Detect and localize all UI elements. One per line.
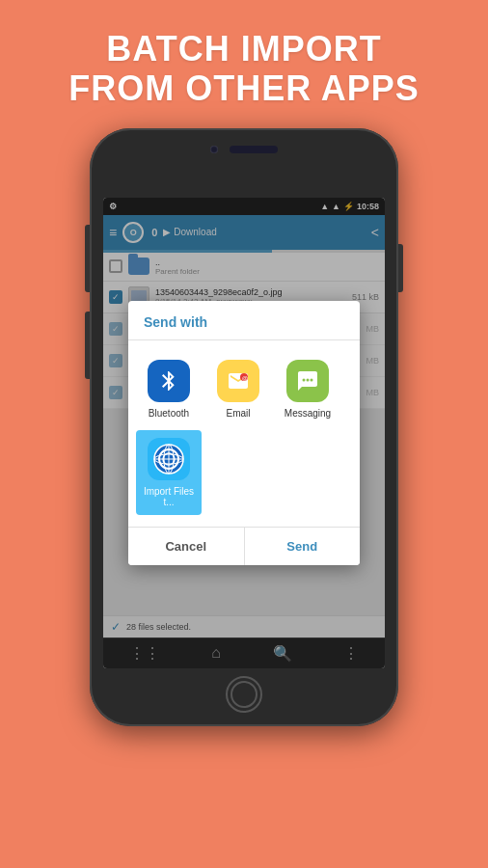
phone-camera xyxy=(210,146,218,153)
messaging-icon xyxy=(286,360,329,402)
app-item-import-files[interactable]: Import Files t... xyxy=(136,430,202,515)
svg-point-3 xyxy=(307,378,310,381)
cancel-button[interactable]: Cancel xyxy=(128,528,245,565)
svg-text:@: @ xyxy=(242,375,248,381)
home-button-inner xyxy=(230,681,258,708)
dialog-buttons: Cancel Send xyxy=(128,527,360,565)
phone-mockup: ⚙ ▲ ▲ ⚡ 10:58 ≡ O 0 ▶ Download < xyxy=(90,128,398,726)
dialog-apps: Bluetooth @ Email xyxy=(128,340,360,527)
hero-text: BATCH IMPORT FROM OTHER APPS xyxy=(68,29,420,109)
app-item-messaging[interactable]: Messaging xyxy=(275,352,340,426)
hero-line1: BATCH IMPORT xyxy=(106,29,381,68)
dialog-overlay: Send with Bluetooth xyxy=(103,198,385,668)
messaging-label: Messaging xyxy=(285,408,331,419)
app-item-bluetooth[interactable]: Bluetooth xyxy=(136,352,202,426)
send-button[interactable]: Send xyxy=(245,528,361,565)
bluetooth-label: Bluetooth xyxy=(149,408,189,419)
home-button[interactable] xyxy=(226,676,262,713)
app-item-email[interactable]: @ Email xyxy=(205,352,271,426)
phone-speaker xyxy=(230,146,278,153)
dialog-title: Send with xyxy=(128,301,360,340)
email-label: Email xyxy=(226,408,250,419)
svg-point-2 xyxy=(303,378,306,381)
import-files-label: Import Files t... xyxy=(140,486,198,507)
phone-shell: ⚙ ▲ ▲ ⚡ 10:58 ≡ O 0 ▶ Download < xyxy=(90,128,398,726)
phone-screen: ⚙ ▲ ▲ ⚡ 10:58 ≡ O 0 ▶ Download < xyxy=(103,198,385,668)
send-with-dialog: Send with Bluetooth xyxy=(128,301,360,565)
phone-top-bar xyxy=(90,146,398,153)
bluetooth-icon xyxy=(148,360,190,402)
hero-line2: FROM OTHER APPS xyxy=(68,68,420,108)
email-icon: @ xyxy=(217,360,259,402)
import-files-icon xyxy=(148,438,190,480)
svg-point-4 xyxy=(311,378,313,381)
